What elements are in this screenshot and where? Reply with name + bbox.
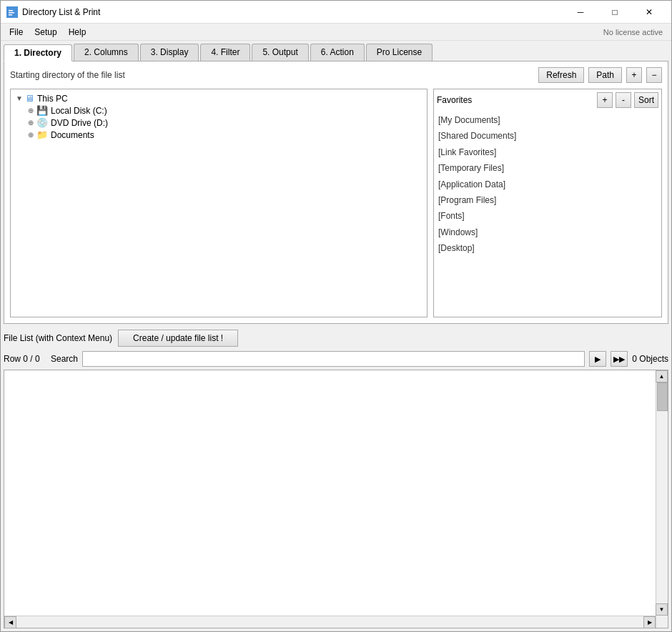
favorites-label: Favorites xyxy=(437,95,594,105)
search-last-button[interactable]: ▶▶ xyxy=(611,351,628,367)
menu-file[interactable]: File xyxy=(4,24,29,40)
tab-output[interactable]: 5. Output xyxy=(252,44,308,61)
license-status: No license active xyxy=(603,28,668,36)
menu-help[interactable]: Help xyxy=(63,24,92,40)
fav-item-shared-documents[interactable]: [Shared Documents] xyxy=(437,128,658,144)
fav-item-link-favorites[interactable]: [Link Favorites] xyxy=(437,144,658,160)
main-content: 1. Directory 2. Columns 3. Display 4. Fi… xyxy=(1,41,671,631)
svg-rect-1 xyxy=(9,10,13,11)
expand-icon-docs[interactable]: ⊕ xyxy=(26,131,35,139)
add-path-button[interactable]: + xyxy=(626,67,642,83)
tab-display[interactable]: 3. Display xyxy=(140,44,199,61)
file-list-header: File List (with Context Menu) Create / u… xyxy=(4,330,668,347)
tree-item-this-pc[interactable]: ▼ 🖥 This PC xyxy=(14,92,424,104)
tab-directory[interactable]: 1. Directory xyxy=(4,44,72,61)
title-bar: Directory List & Print ─ □ ✕ xyxy=(1,1,671,24)
refresh-button[interactable]: Refresh xyxy=(538,67,584,83)
tree-children-this-pc: ⊕ 💾 Local Disk (C:) ⊕ 💿 DVD Drive (D:) ⊕… xyxy=(25,104,424,141)
search-row: Row 0 / 0 Search ▶ ▶▶ 0 Objects xyxy=(4,351,668,367)
dvd-icon: 💿 xyxy=(36,117,48,128)
tree-label-local-disk: Local Disk (C:) xyxy=(51,106,107,116)
menu-bar: File Setup Help No license active xyxy=(1,24,671,41)
app-icon xyxy=(6,6,18,18)
tree-item-dvd-drive[interactable]: ⊕ 💿 DVD Drive (D:) xyxy=(25,117,424,129)
directory-panels: ▼ 🖥 This PC ⊕ 💾 Local Disk (C:) ⊕ 💿 xyxy=(10,89,662,317)
file-list-area-wrapper: ▲ ▼ ◀ ▶ xyxy=(4,370,668,628)
fav-item-desktop[interactable]: [Desktop] xyxy=(437,240,658,256)
scroll-left-button[interactable]: ◀ xyxy=(4,616,16,628)
file-list-label: File List (with Context Menu) xyxy=(4,333,112,343)
maximize-button[interactable]: □ xyxy=(598,1,631,24)
fav-item-program-files[interactable]: [Program Files] xyxy=(437,192,658,208)
fav-add-button[interactable]: + xyxy=(597,92,613,108)
fav-remove-button[interactable]: - xyxy=(616,92,631,108)
path-button[interactable]: Path xyxy=(588,67,622,83)
horizontal-scrollbar[interactable]: ◀ ▶ xyxy=(4,616,656,628)
fav-item-temporary-files[interactable]: [Temporary Files] xyxy=(437,160,658,176)
fav-item-application-data[interactable]: [Application Data] xyxy=(437,177,658,192)
pc-icon: 🖥 xyxy=(25,93,34,104)
disk-icon: 💾 xyxy=(36,105,48,116)
starting-dir-label: Starting directory of the file list xyxy=(10,70,534,80)
tab-filter[interactable]: 4. Filter xyxy=(200,44,250,61)
search-input[interactable] xyxy=(82,351,585,367)
svg-rect-2 xyxy=(9,12,14,14)
close-button[interactable]: ✕ xyxy=(633,1,666,24)
create-file-list-button[interactable]: Create / update file list ! xyxy=(118,330,238,347)
tree-item-documents[interactable]: ⊕ 📁 Documents xyxy=(25,129,424,141)
tree-label-this-pc: This PC xyxy=(37,94,68,104)
fav-item-windows[interactable]: [Windows] xyxy=(437,224,658,240)
tab-columns[interactable]: 2. Columns xyxy=(74,44,139,61)
directory-controls-row: Starting directory of the file list Refr… xyxy=(10,67,662,83)
window-controls: ─ □ ✕ xyxy=(564,1,666,24)
favorites-list: [My Documents] [Shared Documents] [Link … xyxy=(437,112,658,257)
minimize-button[interactable]: ─ xyxy=(564,1,597,24)
directory-tab-content: Starting directory of the file list Refr… xyxy=(4,61,668,324)
fav-sort-button[interactable]: Sort xyxy=(634,92,658,108)
expand-icon-d[interactable]: ⊕ xyxy=(26,119,35,127)
scroll-up-button[interactable]: ▲ xyxy=(656,370,668,382)
tab-pro-license[interactable]: Pro License xyxy=(366,44,433,61)
row-info: Row 0 / 0 xyxy=(4,354,46,364)
window-title: Directory List & Print xyxy=(22,7,564,17)
file-list-area[interactable]: ▲ ▼ ◀ ▶ xyxy=(4,370,668,628)
tree-item-local-disk[interactable]: ⊕ 💾 Local Disk (C:) xyxy=(25,104,424,117)
tree-label-documents: Documents xyxy=(51,130,94,140)
expand-icon[interactable]: ▼ xyxy=(15,94,24,103)
tab-action[interactable]: 6. Action xyxy=(310,44,365,61)
app-window: Directory List & Print ─ □ ✕ File Setup … xyxy=(0,0,672,632)
vertical-scrollbar[interactable]: ▲ ▼ xyxy=(656,370,668,628)
file-list-section: File List (with Context Menu) Create / u… xyxy=(4,330,668,370)
scroll-down-button[interactable]: ▼ xyxy=(656,603,668,616)
tree-label-dvd-drive: DVD Drive (D:) xyxy=(51,118,108,128)
scroll-thumb[interactable] xyxy=(657,382,668,411)
search-label: Search xyxy=(51,354,78,364)
svg-rect-3 xyxy=(9,14,12,16)
objects-count: 0 Objects xyxy=(632,354,668,364)
directory-tree-panel[interactable]: ▼ 🖥 This PC ⊕ 💾 Local Disk (C:) ⊕ 💿 xyxy=(10,89,428,317)
expand-icon-c[interactable]: ⊕ xyxy=(26,107,35,115)
fav-item-my-documents[interactable]: [My Documents] xyxy=(437,112,658,128)
fav-item-fonts[interactable]: [Fonts] xyxy=(437,208,658,224)
scroll-right-button[interactable]: ▶ xyxy=(643,616,656,628)
menu-setup[interactable]: Setup xyxy=(29,24,62,40)
folder-icon: 📁 xyxy=(36,129,48,140)
tab-bar: 1. Directory 2. Columns 3. Display 4. Fi… xyxy=(4,44,668,61)
favorites-header: Favorites + - Sort xyxy=(437,92,658,108)
remove-path-button[interactable]: − xyxy=(646,67,662,83)
favorites-panel: Favorites + - Sort [My Documents] [Share… xyxy=(433,89,662,317)
search-next-button[interactable]: ▶ xyxy=(589,351,606,367)
